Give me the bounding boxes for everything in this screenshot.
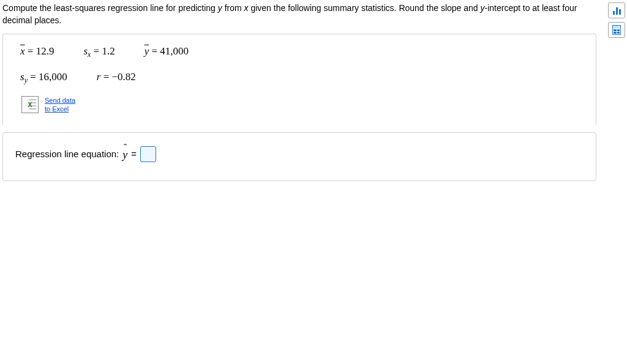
send-link-line2: to Excel [45,105,75,113]
question-text-pre: Compute the least-squares regression lin… [2,3,218,13]
sx-value: = 1.2 [91,45,115,57]
xmean-value: = 12.9 [25,45,54,57]
bar-chart-button[interactable] [608,2,625,18]
stat-xmean: x = 12.9 [20,45,54,59]
answer-panel: Regression line equation: ⌃ y = [2,132,596,181]
question-x-var: x [244,3,249,13]
ymean-value: = 41,000 [149,45,189,57]
regression-equation-row: Regression line equation: ⌃ y = [15,146,584,162]
r-value: = −0.82 [100,71,135,83]
stats-row-1: x = 12.9 sx = 1.2 y = 41,000 [20,45,579,59]
side-toolbar [606,0,627,181]
hat-icon: ⌃ [122,143,128,150]
send-to-excel-row: X Send data to Excel [21,96,579,114]
calculator-button[interactable] [608,22,625,38]
y-hat-symbol: ⌃ y [122,146,127,162]
question-yint-var: y [481,3,485,13]
yhat-letter: y [122,149,127,161]
question-text-mid: from [222,3,244,13]
send-link-line1: Send data [45,96,75,105]
calculator-icon [612,25,621,35]
xmean-symbol: x [20,45,25,57]
stat-r: r = −0.82 [97,71,136,85]
answer-label: Regression line equation: [15,149,119,159]
excel-icon[interactable]: X [21,96,39,113]
send-to-excel-link[interactable]: Send data to Excel [45,96,75,114]
question-text-post: given the following summary statistics. … [249,3,481,13]
question-prompt: Compute the least-squares regression lin… [0,0,606,31]
sy-symbol: s [20,71,24,83]
stat-ymean: y = 41,000 [145,45,189,59]
sy-value: = 16,000 [28,71,67,83]
stat-sy: sy = 16,000 [20,71,67,85]
summary-statistics-panel: x = 12.9 sx = 1.2 y = 41,000 sy = 16,000… [2,34,596,124]
stat-sx: sx = 1.2 [83,45,115,59]
equals-sign: = [131,149,137,159]
question-y-var: y [218,3,222,13]
regression-answer-input[interactable] [140,146,156,162]
bar-chart-icon [613,6,621,15]
stats-row-2: sy = 16,000 r = −0.82 [20,71,579,85]
